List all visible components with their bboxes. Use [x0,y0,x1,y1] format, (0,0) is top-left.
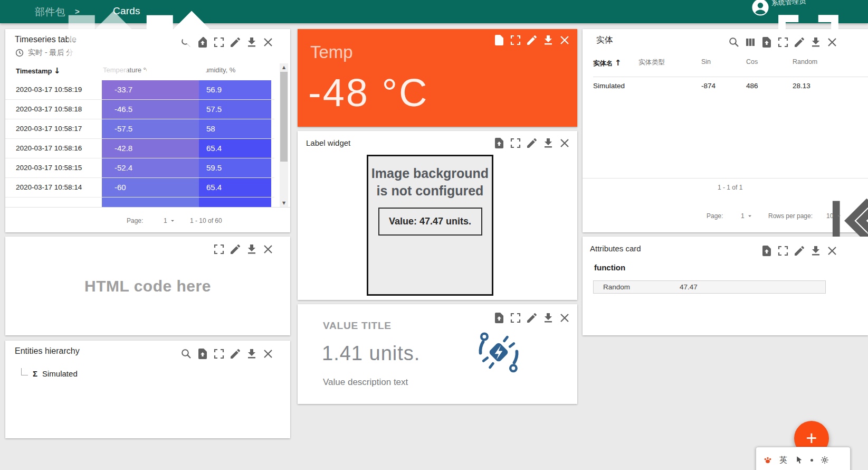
ime-pointer-icon[interactable] [794,455,804,465]
search-icon[interactable] [180,347,193,360]
next-page-icon[interactable] [814,181,826,194]
next-page-icon[interactable] [265,214,278,227]
ime-toolbar: 英 [756,447,851,470]
widget-title: 实体 [596,35,613,46]
humidity-cell [199,198,271,207]
table-body: 2020-03-17 10:58:19-33.756.9 2020-03-17 … [5,80,274,207]
sort-asc-icon: ↑ [615,58,622,68]
export-icon[interactable] [493,137,505,149]
temperature-cell: -60 [102,178,199,197]
widgets-page-icon [97,5,109,17]
breadcrumb-bundle[interactable]: 部件包 [35,5,65,19]
temp-card-widget: Temp -48 °C [298,29,577,127]
edit-icon[interactable] [229,347,242,360]
page-range: 1 - 10 of 60 [190,217,222,224]
edit-icon[interactable] [526,312,538,324]
close-icon[interactable] [558,312,571,324]
page-label: Page: [707,212,723,220]
label-widget: Label widget Image background is not con… [298,131,577,300]
fullscreen-icon[interactable] [729,5,741,17]
bug-chip-icon [477,331,520,374]
close-icon[interactable] [262,36,274,49]
temperature-cell [102,198,199,207]
breadcrumb-page[interactable]: Cards [113,5,140,17]
widget-title: Attributes card [590,244,641,253]
temperature-cell: -42.8 [102,139,199,158]
table-row-partial[interactable] [5,198,274,207]
table-row[interactable]: 2020-03-17 10:58:17-57.558 [5,119,274,139]
expand-icon[interactable] [777,245,789,257]
entities-hierarchy-widget: Entities hierarchy Σ Simulated [5,341,290,438]
expand-icon[interactable] [213,347,225,360]
download-icon[interactable] [809,245,822,257]
edit-icon[interactable] [526,34,538,46]
ime-settings-icon[interactable] [820,455,829,465]
widget-title: Temp [310,42,353,62]
ime-paw-icon[interactable] [763,455,772,465]
export-icon[interactable] [493,312,505,324]
expand-icon[interactable] [509,137,522,149]
first-page-icon[interactable] [774,181,786,194]
scroll-down-icon[interactable]: ▼ [280,201,288,205]
tree-node-label[interactable]: Simulated [42,369,78,378]
top-bar: 部件包 > Cards 系统管理员 [0,0,868,23]
expand-icon[interactable] [509,34,522,46]
widget-title: Entities hierarchy [15,346,80,356]
ime-dot-icon[interactable] [810,459,813,462]
attribute-key: Random [603,283,630,291]
widgets-bundle-icon [19,5,31,17]
export-icon[interactable] [493,34,505,46]
html-content: HTML code here [5,237,290,335]
ime-language-toggle[interactable]: 英 [779,455,787,465]
chevron-down-icon [169,217,176,224]
table-scrollbar[interactable]: ▲ ▼ [280,63,288,207]
kebab-menu-icon[interactable] [856,5,867,17]
tree-node[interactable]: Σ Simulated [21,368,78,378]
chevron-down-icon [746,212,753,220]
value-title: VALUE TITLE [323,320,392,332]
html-card-widget: HTML code here [5,237,290,335]
expand-icon[interactable] [509,312,522,324]
export-icon[interactable] [196,347,209,360]
edit-icon[interactable] [526,137,538,149]
humidity-cell: 65.4 [199,139,271,158]
column-entity-name[interactable]: 实体名 ↑ [593,58,622,68]
rows-per-page-label: Rows per page: [768,212,813,220]
value-text: 1.41 units. [322,342,420,365]
prev-page-icon[interactable] [794,181,806,194]
download-icon[interactable] [245,347,258,360]
table-row[interactable]: 2020-03-17 10:58:18-46.557.5 [5,100,274,119]
table-row[interactable]: 2020-03-17 10:58:16-42.865.4 [5,139,274,158]
export-icon[interactable] [760,245,773,257]
scrollbar-thumb[interactable] [280,72,288,162]
close-icon[interactable] [826,245,838,257]
page-label: Page: [127,217,143,224]
download-icon[interactable] [542,137,555,149]
attribute-value: 47.47 [680,283,698,291]
close-icon[interactable] [558,137,571,149]
attribute-group: function [594,263,625,272]
temperature-cell: -52.4 [102,158,199,177]
breadcrumb-separator: > [75,7,80,16]
table-row[interactable]: 2020-03-17 10:58:14-6065.4 [5,178,274,198]
close-icon[interactable] [558,34,571,46]
scroll-up-icon[interactable]: ▲ [280,65,288,70]
download-icon[interactable] [542,312,555,324]
page-select[interactable]: 1 [741,212,753,220]
table-row[interactable]: 2020-03-17 10:58:15-52.459.5 [5,158,274,178]
last-page-icon[interactable] [834,181,846,194]
rows-per-page-select[interactable]: 10 [826,212,843,220]
tree-connector [21,368,28,375]
edit-icon[interactable] [793,245,806,257]
column-sin[interactable]: Sin [701,58,711,65]
page-select[interactable]: 1 [164,217,176,224]
humidity-cell: 65.4 [199,178,271,197]
plus-icon: + [806,427,817,449]
close-icon[interactable] [262,347,274,360]
avatar[interactable] [751,0,769,16]
sin-value: -874 [701,82,716,90]
attribute-row[interactable]: Random 47.47 [593,280,826,294]
column-entity-type[interactable]: 实体类型 [638,58,665,67]
download-icon[interactable] [542,34,555,46]
prev-page-icon[interactable] [243,214,255,227]
